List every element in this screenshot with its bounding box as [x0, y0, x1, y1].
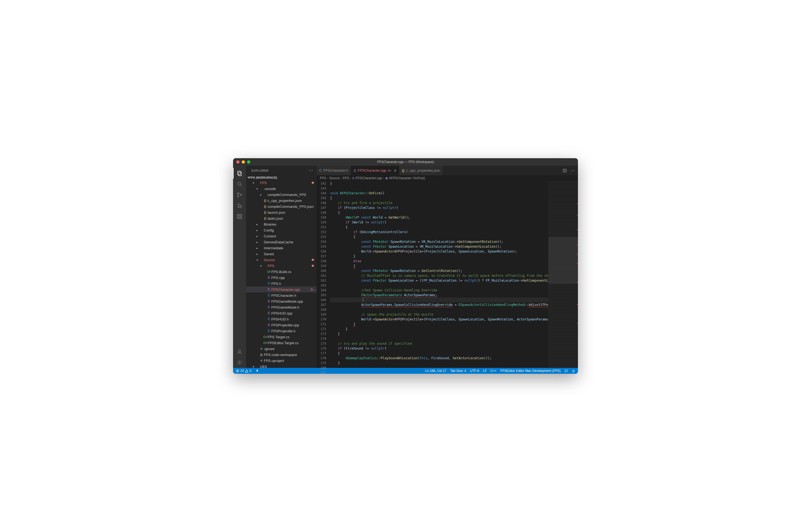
tree-file[interactable]: .ignore	[246, 346, 317, 352]
json-file-icon	[259, 353, 264, 356]
tree-folder[interactable]: ▸Config	[246, 227, 317, 233]
tree-folder[interactable]: ▸Content	[246, 233, 317, 239]
chevron-right-icon: ›	[383, 176, 384, 180]
tree-folder[interactable]: ▸compileCommands_FPS	[246, 192, 317, 198]
close-tab-icon[interactable]: ×	[394, 168, 396, 173]
tree-file[interactable]: FPS.uproject	[246, 358, 317, 364]
tree-item-label: .ignore	[264, 347, 314, 351]
tree-folder[interactable]: ▸Saved	[246, 251, 317, 257]
h-file-icon	[266, 293, 271, 297]
cpp-file-icon	[266, 323, 271, 327]
cpp-file-icon: C	[354, 169, 356, 172]
tree-file[interactable]: c_cpp_properties.json	[246, 198, 317, 203]
status-language[interactable]: C++	[490, 369, 496, 373]
status-eol[interactable]: LF	[483, 369, 487, 373]
tree-folder[interactable]: ▾FPS	[246, 263, 317, 269]
tree-file[interactable]: FPS.h	[246, 280, 317, 287]
tree-file[interactable]: FPSHUD.cpp	[246, 310, 317, 316]
file-tree[interactable]: ▾ FPS (WORKSPACE) ▾FPS▾.vscode▸compileCo…	[246, 175, 317, 368]
chevron-down-icon: ▾	[251, 365, 255, 368]
modified-indicator-icon	[312, 265, 314, 267]
tree-file[interactable]: FPS.code-workspace	[246, 352, 317, 358]
tree-folder[interactable]: ▾.vscode	[246, 186, 317, 192]
breadcrumb-segment[interactable]: AFPSCharacter::OnFire()	[389, 176, 425, 180]
main-area: EXPLORER ⋯ ▾ FPS (WORKSPACE) ▾FPS▾.vscod…	[233, 166, 578, 368]
tree-folder[interactable]: ▸DerivedDataCache	[246, 239, 317, 245]
tree-file[interactable]: FPS.Target.cs	[246, 334, 317, 340]
svg-point-6	[240, 194, 242, 196]
tree-item-label: FPSCharacter.cpp	[271, 288, 309, 292]
tree-file[interactable]: FPSCharacter.cpp9+	[246, 287, 317, 292]
breadcrumb-segment[interactable]: Source	[329, 176, 339, 180]
tree-folder[interactable]: ▸Binaries	[246, 221, 317, 227]
breadcrumb-segment[interactable]: FPS	[343, 176, 349, 180]
tree-file[interactable]: tasks.json	[246, 215, 317, 221]
breadcrumb-segment[interactable]: FPSCharacter.cpp	[356, 176, 382, 180]
tree-file[interactable]: FPS.cpp	[246, 275, 317, 280]
editor-tabs: CFPSCharacter.hCFPSCharacter.cpp9+×{}c_c…	[317, 166, 578, 175]
tree-item-label: FPS.code-workspace	[264, 353, 314, 357]
breadcrumb[interactable]: FPS›Source›FPS›CFPSCharacter.cpp›⊕AFPSCh…	[317, 175, 578, 181]
search-icon[interactable]	[233, 179, 246, 189]
sidebar-header: EXPLORER ⋯	[246, 166, 317, 175]
editor-tab[interactable]: CFPSCharacter.cpp9+×	[351, 166, 399, 175]
chevron-right-icon: ▸	[255, 253, 259, 256]
status-cursor-pos[interactable]: Ln 166, Col 17	[426, 369, 446, 373]
titlebar: FPSCharacter.cpp — FPS (Workspace)	[233, 158, 578, 166]
source-control-icon[interactable]	[233, 189, 246, 200]
extensions-icon[interactable]	[233, 211, 246, 222]
sidebar-more-icon[interactable]: ⋯	[309, 168, 313, 173]
svg-rect-1	[239, 172, 241, 176]
explorer-icon[interactable]	[233, 168, 246, 179]
chevron-right-icon: ▸	[259, 193, 263, 196]
status-encoding[interactable]: UTF-8	[470, 369, 479, 373]
tree-folder[interactable]: ▾FPS	[246, 180, 317, 186]
workspace-section-header[interactable]: ▾ FPS (WORKSPACE)	[246, 175, 317, 180]
tree-file[interactable]: FPSGameMode.h	[246, 304, 317, 310]
minimap[interactable]	[548, 181, 578, 368]
tree-folder[interactable]: ▾UE4	[246, 364, 317, 368]
settings-gear-icon[interactable]	[233, 357, 246, 368]
h-file-icon	[266, 305, 271, 309]
code-editor[interactable]: 1421431441451461471481491501511521531541…	[317, 181, 578, 368]
tree-file[interactable]: FPS.Build.cs	[246, 269, 317, 275]
breadcrumb-segment[interactable]: FPS	[320, 176, 326, 180]
status-flame-icon[interactable]	[255, 369, 259, 373]
tree-item-label: FPSGameMode.h	[271, 305, 314, 309]
tree-file[interactable]: FPSProjectile.cpp	[246, 322, 317, 328]
zoom-window-button[interactable]	[247, 161, 250, 164]
split-editor-icon[interactable]	[562, 168, 567, 173]
status-bell-icon[interactable]	[572, 369, 575, 373]
tab-more-icon[interactable]: ⋯	[570, 168, 575, 173]
editor-tab[interactable]: CFPSCharacter.h	[317, 166, 351, 175]
status-problems[interactable]: 24 0	[236, 369, 251, 373]
workspace-title: FPS (WORKSPACE)	[249, 176, 277, 179]
run-debug-icon[interactable]	[233, 200, 246, 211]
tree-item-label: UE4	[260, 365, 314, 368]
tree-file[interactable]: FPSEditor.Target.cs	[246, 340, 317, 346]
minimap-viewport[interactable]	[548, 237, 578, 284]
tree-file[interactable]: FPSProjectile.h	[246, 328, 317, 334]
h-file-icon	[266, 317, 271, 321]
status-feedback-icon[interactable]	[565, 369, 568, 373]
code-content[interactable]: }void AFPSCharacter::OnFire(){ // try an…	[330, 181, 548, 368]
tree-file[interactable]: compileCommands_FPS.json	[246, 203, 317, 209]
tab-label: c_cpp_properties.json	[406, 168, 440, 172]
status-build-config[interactable]: FPSEditor Editor Mac Development (FPS)	[500, 369, 561, 373]
tree-file[interactable]: FPSHUD.h	[246, 316, 317, 322]
tree-item-label: FPS.uproject	[264, 359, 314, 363]
close-window-button[interactable]	[236, 161, 240, 164]
account-icon[interactable]	[233, 346, 246, 357]
tree-folder[interactable]: ▾Source	[246, 257, 317, 263]
tree-folder[interactable]: ▸Intermediate	[246, 245, 317, 251]
chevron-right-icon: ▸	[255, 223, 259, 226]
status-tab-size[interactable]: Tab Size: 4	[450, 369, 466, 373]
status-bar: 24 0 Ln 166, Col 17 Tab Size: 4 UTF-8 LF…	[233, 368, 578, 374]
tree-file[interactable]: FPSGameMode.cpp	[246, 298, 317, 304]
chevron-right-icon: ›	[350, 176, 351, 180]
minimize-window-button[interactable]	[242, 161, 245, 164]
h-file-icon	[266, 282, 271, 285]
tree-file[interactable]: FPSCharacter.h	[246, 292, 317, 298]
tree-file[interactable]: launch.json	[246, 209, 317, 215]
editor-tab[interactable]: {}c_cpp_properties.json	[399, 166, 443, 175]
